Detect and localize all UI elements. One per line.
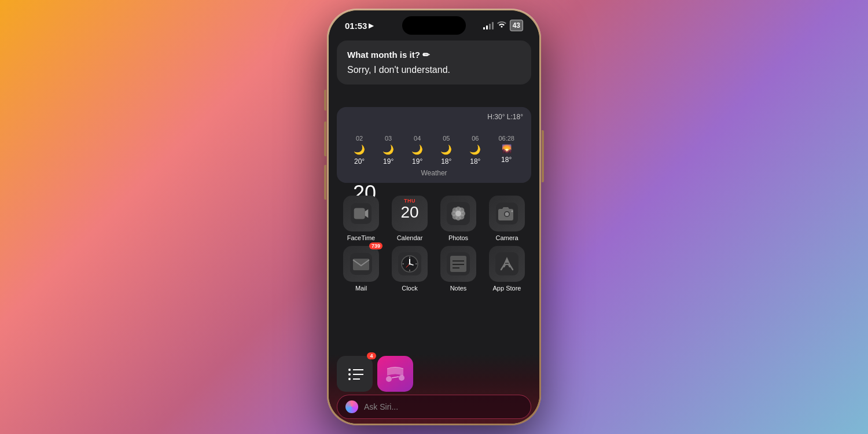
- power-button[interactable]: [542, 130, 544, 182]
- app-item-appstore[interactable]: App Store: [486, 246, 528, 292]
- clock-label: Clock: [402, 285, 418, 292]
- siri-question: What month is it? ✏: [347, 50, 521, 60]
- weather-hl: H:30° L:18°: [487, 113, 523, 121]
- svg-point-34: [348, 369, 351, 371]
- weather-top: H:30° L:18°: [345, 113, 523, 121]
- app-item-calendar[interactable]: THU 20 Calendar: [389, 196, 431, 241]
- svg-point-13: [505, 212, 509, 216]
- app-item-notes[interactable]: Notes: [437, 246, 479, 292]
- app-item-mail[interactable]: 739 Mail: [340, 246, 382, 292]
- app-item-clock[interactable]: Clock: [389, 246, 431, 292]
- mail-badge: 739: [369, 242, 382, 249]
- app-row-2: 739 Mail: [337, 246, 531, 292]
- battery-indicator: 43: [510, 20, 523, 31]
- svg-line-42: [392, 377, 399, 378]
- location-icon: ▶: [369, 22, 373, 30]
- notes-icon[interactable]: [440, 246, 476, 282]
- signal-bars: [483, 22, 494, 30]
- dock-reminders[interactable]: 4: [337, 356, 373, 392]
- app-grid: FaceTime THU 20 Calendar: [337, 196, 531, 296]
- siri-placeholder-text: Ask Siri...: [364, 402, 398, 411]
- bottom-gradient: 4: [329, 354, 539, 424]
- siri-answer: Sorry, I don't understand.: [347, 65, 521, 75]
- signal-bar-1: [483, 27, 485, 30]
- camera-label: Camera: [495, 234, 518, 241]
- battery-level: 43: [513, 21, 520, 30]
- mail-label: Mail: [355, 285, 367, 292]
- appstore-icon[interactable]: [489, 246, 525, 282]
- weather-hour-1: 02 🌙 20°: [354, 135, 365, 165]
- svg-point-41: [399, 375, 404, 381]
- svg-point-40: [386, 376, 392, 382]
- notes-label: Notes: [450, 285, 467, 292]
- photos-label: Photos: [448, 234, 468, 241]
- phone-screen: 01:53 ▶ 43: [329, 10, 539, 424]
- volume-up-button[interactable]: [324, 122, 326, 156]
- camera-icon[interactable]: [489, 196, 525, 231]
- wifi-icon: [497, 21, 506, 30]
- signal-bar-3: [489, 24, 491, 30]
- photos-icon[interactable]: [440, 196, 476, 231]
- dock-row: 4: [337, 356, 531, 392]
- weather-hour-3: 04 🌙 19°: [411, 135, 423, 165]
- siri-input-bar[interactable]: Ask Siri...: [337, 395, 531, 419]
- weather-hour-5: 06 🌙 18°: [469, 135, 481, 165]
- app-item-camera[interactable]: Camera: [486, 196, 528, 241]
- weather-hours: 02 🌙 20° 03 🌙 19° 04 🌙 19°: [345, 135, 523, 165]
- siri-orb: [345, 400, 358, 413]
- weather-label: Weather: [345, 169, 523, 177]
- svg-point-38: [348, 378, 351, 380]
- mute-button[interactable]: [324, 90, 326, 111]
- app-row-1: FaceTime THU 20 Calendar: [337, 196, 531, 241]
- signal-bar-4: [492, 22, 494, 30]
- app-item-facetime[interactable]: FaceTime: [340, 196, 382, 241]
- appstore-label: App Store: [493, 285, 521, 292]
- facetime-icon[interactable]: [343, 196, 379, 231]
- dock-music[interactable]: [377, 356, 413, 392]
- status-right: 43: [483, 20, 523, 31]
- dynamic-island: [402, 16, 466, 35]
- reminders-badge: 4: [367, 352, 376, 359]
- screen-content: What month is it? ✏ Sorry, I don't under…: [329, 41, 539, 424]
- calendar-label: Calendar: [397, 234, 423, 241]
- volume-down-button[interactable]: [324, 165, 326, 200]
- svg-point-10: [455, 211, 461, 216]
- time-display: 01:53: [345, 21, 367, 31]
- siri-response-bubble: What month is it? ✏ Sorry, I don't under…: [337, 41, 531, 84]
- mail-icon[interactable]: 739: [343, 246, 379, 282]
- status-bar: 01:53 ▶ 43: [329, 10, 539, 41]
- weather-hour-4: 05 🌙 18°: [440, 135, 452, 165]
- clock-icon[interactable]: [392, 246, 428, 282]
- facetime-label: FaceTime: [347, 234, 376, 241]
- signal-bar-2: [486, 25, 488, 30]
- phone-frame: 01:53 ▶ 43: [327, 9, 541, 425]
- status-time: 01:53 ▶: [345, 21, 373, 31]
- calendar-icon[interactable]: THU 20: [392, 196, 428, 231]
- weather-hour-6: 06:28 🌄 18°: [498, 135, 514, 165]
- svg-point-14: [512, 211, 513, 212]
- svg-rect-16: [353, 259, 369, 270]
- weather-widget[interactable]: H:30° L:18° 20 02 🌙 20° 03 🌙 19°: [337, 107, 531, 183]
- svg-point-36: [348, 373, 351, 376]
- svg-point-26: [409, 263, 411, 265]
- app-item-photos[interactable]: Photos: [437, 196, 479, 241]
- weather-hour-2: 03 🌙 19°: [382, 135, 394, 165]
